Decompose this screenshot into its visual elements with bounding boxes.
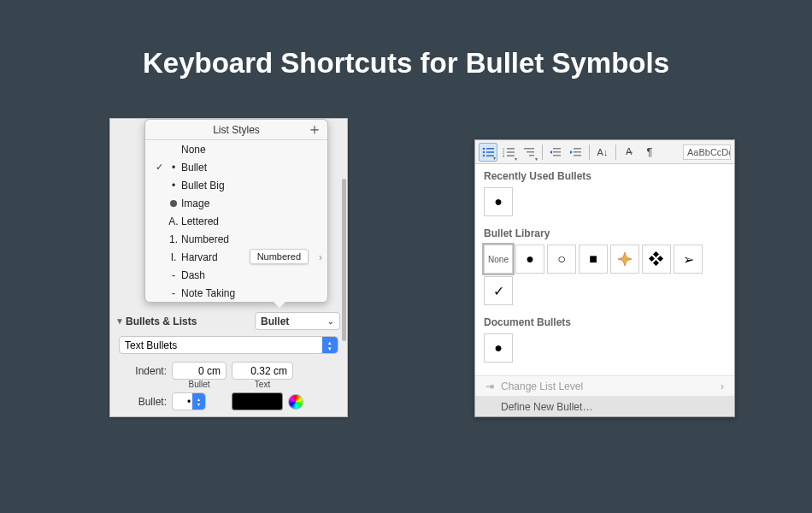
document-bullets-grid: ● — [475, 332, 734, 368]
list-style-value: Bullet — [261, 315, 289, 327]
tooltip: Numbered — [250, 249, 309, 264]
bullet-option[interactable]: ● — [484, 333, 513, 363]
list-style-item[interactable]: -Dash — [145, 266, 327, 284]
list-style-item[interactable]: Image — [145, 194, 327, 212]
svg-marker-18 — [550, 150, 552, 154]
list-style-label: None — [181, 144, 322, 156]
show-marks-button[interactable]: ¶ — [640, 143, 659, 162]
none-label: None — [488, 255, 509, 264]
section-header-bullets-lists[interactable]: ▼ Bullets & Lists Bullet ⌄ — [110, 309, 347, 333]
change-list-level-item: ⇥ Change List Level › — [475, 375, 734, 396]
svg-rect-11 — [507, 155, 515, 156]
style-preview[interactable]: AaBbCcDc — [683, 144, 731, 160]
svg-point-2 — [483, 150, 485, 153]
bullet-option[interactable]: ➢ — [674, 245, 703, 274]
color-swatch[interactable] — [232, 392, 283, 410]
chevron-down-icon: ▾ — [493, 155, 496, 161]
svg-marker-23 — [618, 252, 632, 266]
list-style-label: Bullet — [181, 162, 322, 174]
list-style-item[interactable]: •Bullet Big — [145, 176, 327, 194]
bulleted-list-button[interactable]: ▾ — [479, 143, 497, 162]
disclosure-triangle-icon: ▼ — [114, 316, 126, 326]
bullet-option[interactable] — [642, 245, 671, 274]
bullet-preview-icon: • — [166, 162, 181, 174]
bullet-type-dropdown[interactable]: Text Bullets ▴▾ — [119, 336, 338, 354]
add-style-button[interactable]: ＋ — [307, 121, 322, 137]
indent-text-value: 0.32 cm — [250, 365, 287, 377]
col-text-label: Text — [232, 380, 293, 389]
svg-rect-19 — [574, 148, 581, 150]
increase-indent-button[interactable] — [567, 143, 585, 162]
multilevel-list-button[interactable]: ▾ — [520, 143, 538, 162]
indent-bullet-field[interactable]: 0 cm — [172, 362, 227, 380]
list-style-item[interactable]: I.HarvardNumbered› — [145, 248, 327, 266]
scrollbar[interactable] — [341, 119, 347, 416]
list-style-item[interactable]: None — [145, 140, 327, 158]
list-style-item[interactable]: ✓•Bullet — [145, 158, 327, 176]
svg-rect-7 — [507, 148, 515, 150]
sort-button[interactable]: A↓ — [593, 143, 612, 162]
list-style-item[interactable]: A.Lettered — [145, 212, 327, 230]
svg-rect-17 — [553, 155, 561, 156]
scrollbar-thumb[interactable] — [342, 179, 346, 341]
section-title: Bullets & Lists — [126, 315, 197, 327]
mac-inspector-panel: ▼ Bullets & Lists Bullet ⌄ Text Bullets … — [109, 118, 348, 417]
svg-rect-12 — [524, 148, 534, 150]
separator — [615, 144, 616, 160]
bullet-option[interactable]: ● — [484, 187, 513, 216]
bullet-char-label: Bullet: — [119, 396, 167, 408]
svg-rect-28 — [653, 260, 659, 266]
decrease-indent-button[interactable] — [546, 143, 565, 162]
define-new-label: Define New Bullet… — [485, 401, 592, 413]
chevron-down-icon: ⌄ — [327, 317, 334, 326]
indent-icon: ⇥ — [485, 380, 501, 392]
list-styles-popover: List Styles ＋ None✓•Bullet•Bullet BigIma… — [144, 119, 328, 303]
word-bullet-panel: ▾ 123 ▾ ▾ A↓ A̶ ¶ AaBbCcDc Recently Used… — [474, 139, 735, 417]
bullet-preview-icon: 1. — [166, 233, 181, 245]
svg-rect-25 — [653, 251, 659, 257]
svg-point-0 — [483, 147, 485, 150]
svg-point-4 — [483, 154, 485, 156]
bullet-option[interactable]: ✓ — [484, 276, 513, 305]
numbered-list-button[interactable]: 123 ▾ — [499, 143, 518, 162]
indent-text-field[interactable]: 0.32 cm — [232, 362, 293, 380]
bullet-option[interactable]: ■ — [579, 245, 608, 274]
define-new-bullet-item[interactable]: Define New Bullet… — [475, 396, 734, 416]
svg-rect-27 — [657, 256, 663, 262]
svg-rect-20 — [574, 151, 581, 153]
list-style-dropdown[interactable]: Bullet ⌄ — [255, 312, 340, 330]
bullet-char-value: • — [187, 396, 191, 408]
list-style-item[interactable]: -Note Taking — [145, 284, 327, 302]
list-style-label: Lettered — [181, 215, 322, 227]
bullet-option[interactable] — [610, 245, 639, 274]
page-title: Keyboard Shortcuts for Bullet Symbols — [0, 47, 812, 80]
color-wheel-icon[interactable] — [288, 394, 303, 410]
bullet-option[interactable]: None — [484, 245, 513, 274]
bullet-option[interactable]: ○ — [547, 245, 576, 274]
bullet-preview-icon: I. — [166, 251, 181, 263]
separator — [542, 144, 543, 160]
bullet-char-dropdown[interactable]: • ▴▾ — [172, 392, 206, 410]
svg-rect-1 — [486, 148, 494, 150]
indent-bullet-value: 0 cm — [198, 365, 221, 377]
popover-header: List Styles ＋ — [145, 120, 327, 140]
list-style-item[interactable]: 1.Numbered — [145, 230, 327, 248]
col-bullet-label: Bullet — [172, 380, 227, 389]
bullet-preview-icon: - — [166, 287, 181, 299]
word-ribbon: ▾ 123 ▾ ▾ A↓ A̶ ¶ AaBbCcDc — [475, 140, 734, 164]
section-recent-label: Recently Used Bullets — [475, 164, 734, 186]
checkmark-icon: ✓ — [152, 162, 166, 173]
clear-formatting-button[interactable]: A̶ — [620, 143, 638, 162]
svg-rect-21 — [574, 155, 581, 156]
popover-title: List Styles — [213, 124, 260, 136]
svg-rect-9 — [507, 151, 515, 153]
indent-label: Indent: — [119, 365, 167, 377]
bullet-preview-icon: A. — [166, 215, 181, 227]
separator — [589, 144, 590, 160]
change-level-label: Change List Level — [501, 380, 583, 392]
bullet-option[interactable]: ● — [515, 245, 544, 274]
list-style-label: Numbered — [181, 233, 322, 245]
bullet-type-value: Text Bullets — [125, 339, 177, 351]
list-style-label: Image — [181, 198, 322, 209]
chevron-down-icon: ▾ — [535, 156, 538, 162]
